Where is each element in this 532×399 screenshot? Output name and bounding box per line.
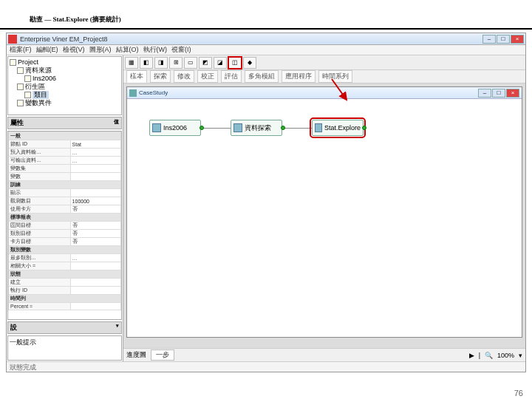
- project-tree[interactable]: Project 資料來源 Ins2006 衍生區 類目 變數異件: [7, 56, 122, 115]
- help-panel: 一般提示: [7, 335, 122, 361]
- status-sep: |: [479, 352, 480, 359]
- project-icon: [10, 59, 16, 66]
- diagram-min-button[interactable]: –: [478, 89, 491, 98]
- node-icon: [152, 123, 161, 132]
- close-button[interactable]: ×: [511, 35, 524, 44]
- diagram-canvas[interactable]: Ins2006資料探索Stat.Explore: [127, 99, 522, 337]
- folder-icon: [17, 83, 24, 90]
- main-toolbar: ▦ ◧ ◨ ⊞ ▭ ◩ ◪ ◫ ◆: [123, 55, 525, 70]
- tree-item-varevents[interactable]: 變數異件: [10, 99, 120, 107]
- tree-item-derived[interactable]: 衍生區: [10, 83, 120, 91]
- tb-btn-6[interactable]: ◩: [199, 57, 212, 69]
- zoom-dropdown-icon[interactable]: ▾: [519, 352, 522, 359]
- node-port[interactable]: [362, 126, 366, 130]
- diagram-title: CaseStudy: [139, 89, 478, 96]
- tab-assess[interactable]: 評估: [221, 70, 242, 83]
- properties-table[interactable]: 一般節點 IDStat預入資料輸……可輸出資料……變數集變數訓練顯示觀測數目10…: [7, 131, 122, 320]
- node-n3[interactable]: Stat.Explore: [312, 120, 364, 136]
- titlebar: Enterprise Viner EM_Project8 – □ ×: [7, 33, 525, 45]
- connector-1: [201, 128, 231, 129]
- table-icon: [24, 75, 31, 82]
- tab-utility[interactable]: 多角模組: [245, 70, 279, 83]
- help-header: 設▾: [7, 321, 122, 334]
- tb-btn-7[interactable]: ◪: [214, 57, 227, 69]
- menu-graph[interactable]: 圖形(A): [89, 45, 112, 55]
- tab-apps[interactable]: 應用程序: [282, 70, 316, 83]
- diagram-max-button[interactable]: □: [492, 89, 505, 98]
- left-panel: Project 資料來源 Ins2006 衍生區 類目 變數異件 屬性 值 一般…: [7, 55, 123, 361]
- tab-explore[interactable]: 探索: [150, 70, 171, 83]
- menu-settle[interactable]: 結算(O): [116, 45, 139, 55]
- run-button[interactable]: ▶: [469, 352, 474, 359]
- node-icon: [315, 123, 322, 132]
- status-scale[interactable]: 一步: [151, 349, 174, 361]
- tree-item-ins2006[interactable]: Ins2006: [10, 75, 120, 83]
- node-n2[interactable]: 資料探索: [231, 120, 282, 136]
- minimize-button[interactable]: –: [482, 35, 496, 44]
- status-label: 進度圖: [126, 350, 146, 360]
- diagram-window: CaseStudy – □ × Ins2006資料探索Stat.Explore: [126, 86, 522, 338]
- tab-sample[interactable]: 樣本: [126, 70, 147, 83]
- diagram-titlebar: CaseStudy – □ ×: [127, 87, 522, 99]
- zoom-value[interactable]: 100%: [497, 352, 514, 359]
- node-n1[interactable]: Ins2006: [149, 120, 201, 136]
- tb-btn-1[interactable]: ▦: [125, 57, 138, 69]
- maximize-button[interactable]: □: [497, 35, 510, 44]
- slide-title: 勘查 — Stat.Explore (摘要統計): [0, 0, 532, 30]
- node-label: Ins2006: [163, 124, 187, 132]
- tab-timeseries[interactable]: 時間系列: [318, 70, 352, 83]
- tb-btn-2[interactable]: ◧: [140, 57, 153, 69]
- item-icon: [24, 92, 31, 98]
- folder-icon: [17, 100, 24, 106]
- menubar: 檔案(F) 編輯(E) 檢視(V) 圖形(A) 結算(O) 執行(W) 視窗(I…: [7, 45, 525, 55]
- diagram-statusbar: 進度圖 一步 ▶ | 🔍 100% ▾: [123, 348, 525, 361]
- tb-btn-statexplore[interactable]: ◫: [228, 57, 242, 69]
- tb-btn-3[interactable]: ◨: [154, 57, 168, 69]
- folder-icon: [17, 67, 24, 74]
- app-window: Enterprise Viner EM_Project8 – □ × 檔案(F)…: [6, 33, 526, 372]
- node-label: Stat.Explore: [324, 124, 361, 132]
- zoom-icon[interactable]: 🔍: [485, 352, 493, 359]
- tb-btn-9[interactable]: ◆: [243, 57, 256, 69]
- menu-view[interactable]: 檢視(V): [63, 45, 85, 55]
- tree-item-category[interactable]: 類目: [10, 91, 120, 99]
- menu-file[interactable]: 檔案(F): [10, 45, 32, 55]
- app-icon: [8, 35, 17, 44]
- main-panel: ▦ ◧ ◨ ⊞ ▭ ◩ ◪ ◫ ◆ 樣本 探索 修改 校正 評估 多角模組 應用…: [123, 55, 525, 361]
- menu-run[interactable]: 執行(W): [143, 45, 168, 55]
- node-icon: [233, 123, 242, 132]
- connector-2: [282, 128, 312, 129]
- app-statusbar: 狀態完成: [7, 361, 525, 372]
- tab-model[interactable]: 校正: [197, 70, 218, 83]
- page-number: 76: [514, 389, 523, 398]
- tool-tabs: 樣本 探索 修改 校正 評估 多角模組 應用程序 時間系列: [123, 70, 525, 83]
- window-title: Enterprise Viner EM_Project8: [20, 35, 482, 43]
- properties-header: 屬性 值: [7, 117, 122, 129]
- menu-edit[interactable]: 編輯(E): [36, 45, 58, 55]
- diagram-icon: [129, 89, 137, 97]
- tree-item-datasource[interactable]: 資料來源: [10, 66, 120, 75]
- node-port[interactable]: [281, 126, 285, 130]
- node-label: 資料探索: [245, 123, 271, 133]
- canvas-area: CaseStudy – □ × Ins2006資料探索Stat.Explore: [123, 83, 525, 348]
- tb-btn-5[interactable]: ▭: [184, 57, 197, 69]
- tb-btn-4[interactable]: ⊞: [169, 57, 183, 69]
- tab-modify[interactable]: 修改: [174, 70, 194, 83]
- node-port[interactable]: [200, 126, 204, 130]
- menu-window[interactable]: 視窗(I): [171, 45, 191, 55]
- diagram-close-button[interactable]: ×: [506, 89, 519, 98]
